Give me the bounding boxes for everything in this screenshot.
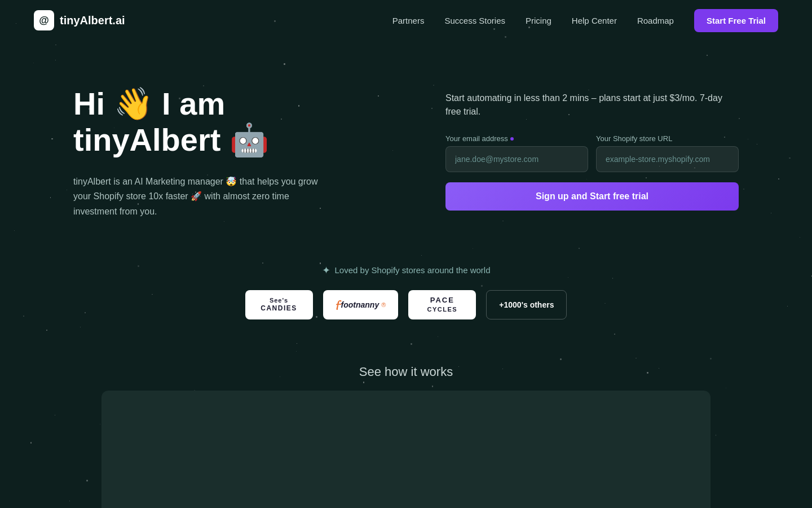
hero-title: Hi 👋 I am tinyAlbert 🤖 <box>73 86 327 159</box>
logo[interactable]: @ tinyAlbert.ai <box>34 10 125 30</box>
shopify-label: Your Shopify store URL <box>596 134 739 143</box>
pace-cycles-logo: PACE CYCLES <box>408 290 476 319</box>
nav-success-stories[interactable]: Success Stories <box>444 16 505 25</box>
nav-links: Partners Success Stories Pricing Help Ce… <box>392 9 778 32</box>
see-how-section: See how it works <box>0 348 812 508</box>
shopify-group: Your Shopify store URL <box>596 134 739 172</box>
hero-subtext: Start automating in less than 2 mins – p… <box>445 91 739 119</box>
see-how-title: See how it works <box>0 365 812 379</box>
email-group: Your email address <box>445 134 588 172</box>
required-dot-email <box>510 137 514 141</box>
signup-button[interactable]: Sign up and Start free trial <box>445 182 739 211</box>
nav-help-center[interactable]: Help Center <box>572 16 617 25</box>
others-label: +1000's others <box>486 290 567 319</box>
form-row: Your email address Your Shopify store UR… <box>445 134 739 172</box>
start-free-trial-button[interactable]: Start Free Trial <box>694 9 778 32</box>
logo-icon: @ <box>34 10 54 30</box>
email-input[interactable] <box>445 146 588 172</box>
video-placeholder <box>102 391 710 508</box>
sees-candies-logo: See's CANDIES <box>245 290 313 319</box>
nav-pricing[interactable]: Pricing <box>526 16 551 25</box>
email-label: Your email address <box>445 134 588 143</box>
hero-title-line1: Hi 👋 I am <box>73 86 225 121</box>
social-text: ✦ Loved by Shopify stores around the wor… <box>0 264 812 277</box>
hero-right: Start automating in less than 2 mins – p… <box>445 86 739 211</box>
footnanny-logo: 𝓯 footnanny ® <box>323 290 399 319</box>
logo-text: tinyAlbert.ai <box>60 14 125 27</box>
nav-partners[interactable]: Partners <box>392 16 425 25</box>
hero-left: Hi 👋 I am tinyAlbert 🤖 tinyAlbert is an … <box>73 86 327 219</box>
hero-title-line2: tinyAlbert 🤖 <box>73 122 269 157</box>
shopify-input[interactable] <box>596 146 739 172</box>
hero-description: tinyAlbert is an AI Marketing manager 🤯 … <box>73 174 327 219</box>
navbar: @ tinyAlbert.ai Partners Success Stories… <box>0 0 812 41</box>
social-proof: ✦ Loved by Shopify stores around the wor… <box>0 253 812 348</box>
nav-roadmap[interactable]: Roadmap <box>637 16 674 25</box>
hero-section: Hi 👋 I am tinyAlbert 🤖 tinyAlbert is an … <box>0 41 812 253</box>
social-logos: See's CANDIES 𝓯 footnanny ® PACE CYCLES … <box>0 290 812 319</box>
